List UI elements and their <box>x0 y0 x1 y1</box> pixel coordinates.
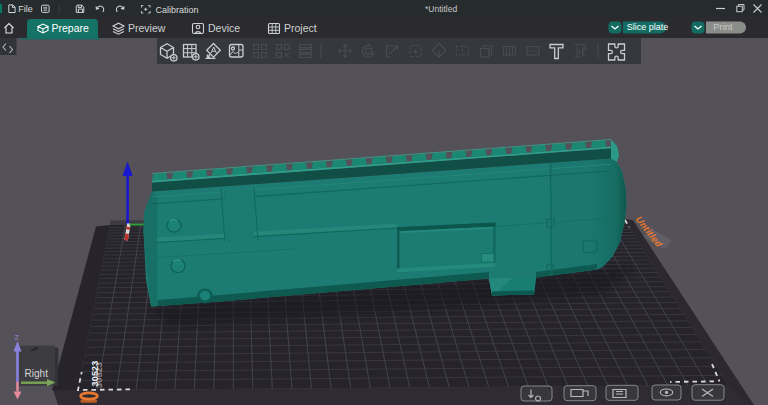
svg-text:Preview: Preview <box>128 22 166 34</box>
svg-text:Calibration: Calibration <box>156 5 199 15</box>
svg-text:File: File <box>18 4 33 14</box>
svg-text:Prepare: Prepare <box>52 22 90 34</box>
svg-text:*Untitled: *Untitled <box>425 4 457 14</box>
svg-text:Project: Project <box>284 22 317 34</box>
svg-text:Slice plate: Slice plate <box>627 22 669 32</box>
svg-text:Device: Device <box>208 22 240 34</box>
svg-text:Print: Print <box>713 21 733 32</box>
svg-text:30523: 30523 <box>90 360 100 386</box>
svg-text:z: z <box>15 332 20 342</box>
svg-text:Right: Right <box>25 368 49 379</box>
